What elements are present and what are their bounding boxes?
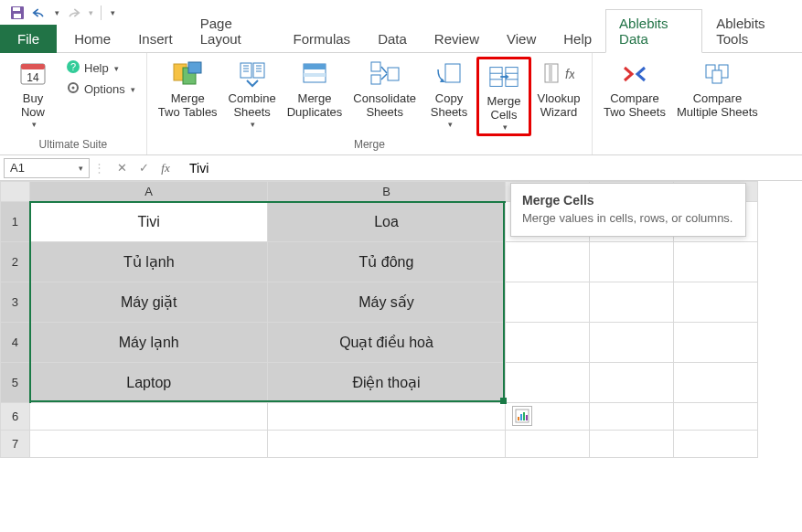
merge-two-tables-button[interactable]: Merge Two Tables — [153, 57, 223, 122]
select-all-corner[interactable] — [1, 182, 30, 202]
formula-bar: A1 ▾ ⋮ ✕ ✓ fx — [0, 155, 802, 181]
consolidate-icon — [369, 59, 401, 90]
cell[interactable] — [674, 242, 758, 282]
cell[interactable] — [506, 242, 590, 282]
tab-help[interactable]: Help — [550, 25, 605, 53]
chevron-down-icon[interactable]: ▾ — [79, 164, 83, 173]
buy-now-button[interactable]: 14 Buy Now ▾ — [5, 57, 60, 131]
svg-rect-16 — [304, 64, 326, 69]
ribbon: 14 Buy Now ▾ ? Help ▾ Options — [0, 53, 802, 155]
cell[interactable] — [590, 363, 674, 403]
cell-b4[interactable]: Quạt điều hoà — [268, 323, 506, 363]
quick-analysis-icon[interactable] — [512, 406, 532, 426]
vlookup-icon: fx — [543, 59, 574, 90]
cell-a5[interactable]: Laptop — [30, 363, 268, 403]
cell-b2[interactable]: Tủ đông — [268, 242, 506, 282]
row-header[interactable]: 5 — [1, 363, 30, 403]
cell[interactable] — [590, 323, 674, 363]
merge-cells-button[interactable]: Merge Cells ▾ — [476, 57, 531, 136]
row-header[interactable]: 1 — [1, 202, 30, 242]
cell-b5[interactable]: Điện thoại — [268, 363, 506, 403]
compare-multi-label: Compare Multiple Sheets — [677, 92, 758, 120]
combine-sheets-button[interactable]: Combine Sheets ▾ — [223, 57, 282, 131]
compare-multi-icon — [701, 59, 732, 90]
cell-a1[interactable]: Tivi — [30, 202, 268, 242]
row-header[interactable]: 6 — [1, 403, 30, 431]
merge-duplicates-button[interactable]: Merge Duplicates — [282, 57, 348, 122]
cell-b3[interactable]: Máy sấy — [268, 282, 506, 323]
cell[interactable] — [506, 282, 590, 323]
cell[interactable] — [590, 431, 674, 458]
col-header-a[interactable]: A — [30, 182, 268, 202]
cell-a4[interactable]: Máy lạnh — [30, 323, 268, 363]
tab-view[interactable]: View — [493, 25, 550, 53]
cell[interactable] — [674, 403, 758, 431]
help-icon: ? — [66, 59, 80, 77]
col-header-b[interactable]: B — [268, 182, 506, 202]
svg-rect-4 — [21, 64, 45, 69]
cell-a3[interactable]: Máy giặt — [30, 282, 268, 323]
cell[interactable] — [674, 323, 758, 363]
cell[interactable] — [506, 431, 590, 458]
cell[interactable] — [590, 242, 674, 282]
cell[interactable] — [674, 363, 758, 403]
row-header[interactable]: 4 — [1, 323, 30, 363]
merge-two-tables-label: Merge Two Tables — [158, 92, 218, 120]
tab-review[interactable]: Review — [421, 25, 493, 53]
cell[interactable] — [590, 403, 674, 431]
tab-file[interactable]: File — [0, 25, 57, 53]
redo-dropdown-icon[interactable]: ▾ — [89, 8, 93, 17]
cell[interactable] — [30, 431, 268, 458]
ribbon-group-compare: Compare Two Sheets Compare Multiple Shee… — [593, 53, 769, 154]
row-header[interactable]: 2 — [1, 242, 30, 282]
compare-multiple-sheets-button[interactable]: Compare Multiple Sheets — [671, 57, 764, 122]
table-row: 3 Máy giặt Máy sấy — [1, 282, 758, 323]
cell[interactable] — [268, 403, 506, 431]
cell[interactable] — [674, 431, 758, 458]
chevron-down-icon: ▾ — [503, 122, 508, 132]
cell[interactable] — [506, 323, 590, 363]
cell[interactable] — [30, 403, 268, 431]
cell-a2[interactable]: Tủ lạnh — [30, 242, 268, 282]
tab-home[interactable]: Home — [60, 25, 124, 53]
tab-ablebits-data[interactable]: Ablebits Data — [605, 9, 702, 53]
help-button[interactable]: ? Help ▾ — [64, 59, 137, 78]
svg-rect-21 — [445, 64, 460, 82]
undo-icon[interactable] — [31, 5, 48, 21]
cell-b1[interactable]: Loa — [268, 202, 506, 242]
merge-cells-icon — [488, 61, 519, 92]
enter-icon[interactable]: ✓ — [136, 161, 151, 175]
row-header[interactable]: 7 — [1, 431, 30, 458]
fx-icon[interactable]: fx — [158, 161, 173, 176]
compare-two-sheets-button[interactable]: Compare Two Sheets — [598, 57, 671, 122]
cell[interactable] — [506, 363, 590, 403]
qat-customize-icon[interactable]: ▾ — [111, 8, 115, 17]
calendar-icon: 14 — [17, 59, 48, 90]
table-row: 7 — [1, 431, 758, 458]
svg-rect-32 — [520, 414, 522, 420]
copy-sheets-button[interactable]: Copy Sheets ▾ — [422, 57, 476, 131]
cell[interactable] — [590, 282, 674, 323]
name-box[interactable]: A1 ▾ — [4, 158, 90, 178]
table-row: 4 Máy lạnh Quạt điều hoà — [1, 323, 758, 363]
formula-input[interactable] — [182, 159, 802, 177]
tab-data[interactable]: Data — [364, 25, 421, 53]
options-button[interactable]: Options ▾ — [64, 80, 137, 99]
consolidate-sheets-button[interactable]: Consolidate Sheets — [348, 57, 422, 122]
tab-ablebits-tools[interactable]: Ablebits Tools — [702, 9, 802, 53]
vlookup-wizard-button[interactable]: fx Vlookup Wizard — [531, 57, 586, 122]
save-icon[interactable] — [9, 5, 26, 21]
tab-page-layout[interactable]: Page Layout — [187, 9, 280, 53]
svg-rect-34 — [526, 415, 528, 420]
cell[interactable] — [268, 431, 506, 458]
cell[interactable] — [674, 282, 758, 323]
svg-point-9 — [72, 87, 75, 90]
undo-dropdown-icon[interactable]: ▾ — [55, 8, 59, 17]
chevron-down-icon: ▾ — [251, 120, 255, 129]
compare-two-label: Compare Two Sheets — [604, 92, 666, 120]
cancel-icon[interactable]: ✕ — [114, 161, 129, 175]
tab-formulas[interactable]: Formulas — [280, 25, 365, 53]
redo-icon[interactable] — [65, 5, 81, 21]
row-header[interactable]: 3 — [1, 282, 30, 323]
tab-insert[interactable]: Insert — [124, 25, 187, 53]
